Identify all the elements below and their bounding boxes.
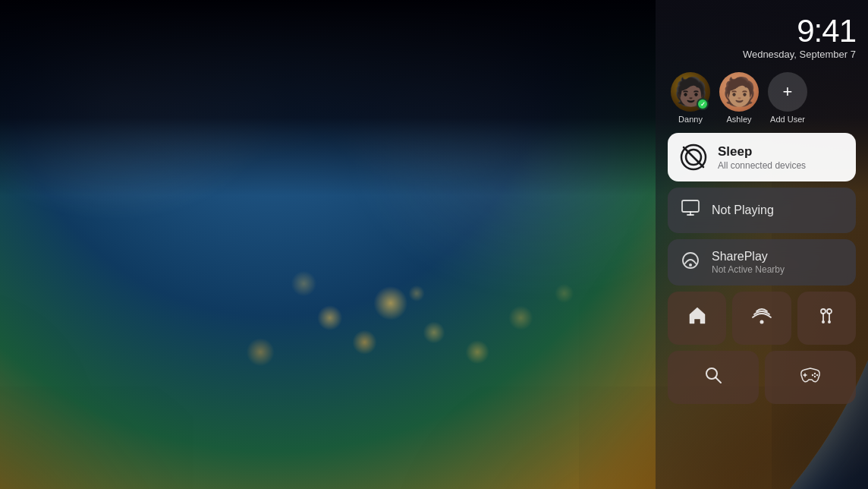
shareplay-subtitle: Not Active Nearby	[712, 264, 785, 275]
plus-icon: +	[783, 84, 793, 100]
danny-status-dot	[697, 98, 709, 110]
gamepad-icon	[798, 364, 822, 391]
avatar-ashley-wrapper: 🧑🏽	[719, 72, 759, 112]
date-display: Wednesday, September 7	[668, 49, 856, 60]
home-button[interactable]	[668, 292, 726, 345]
clock-display: 9:41	[668, 15, 856, 47]
svg-rect-3	[682, 200, 699, 212]
shareplay-title: SharePlay	[712, 250, 785, 263]
shareplay-text: SharePlay Not Active Nearby	[712, 250, 785, 275]
svg-point-8	[760, 320, 763, 323]
not-playing-text: Not Playing	[712, 203, 774, 217]
svg-point-14	[828, 320, 831, 323]
airpods-icon	[816, 305, 837, 332]
add-user-item[interactable]: + Add User	[768, 72, 807, 124]
airpods-button[interactable]	[797, 292, 856, 345]
sleep-card[interactable]: Sleep All connected devices	[668, 133, 856, 181]
sleep-icon	[680, 144, 707, 171]
shareplay-card[interactable]: SharePlay Not Active Nearby	[668, 239, 856, 286]
svg-point-21	[814, 375, 816, 377]
search-icon	[703, 364, 724, 391]
ashley-emoji: 🧑🏽	[722, 78, 756, 106]
svg-point-22	[812, 374, 813, 375]
home-icon	[687, 305, 708, 332]
avatar-danny-wrapper: 🧑🏿	[671, 72, 710, 112]
svg-point-11	[822, 320, 825, 323]
add-user-label: Add User	[770, 115, 805, 124]
svg-point-19	[814, 372, 816, 374]
users-row: 🧑🏿 Danny 🧑🏽 Ashley + Add User	[668, 72, 856, 124]
user-danny[interactable]: 🧑🏿 Danny	[671, 72, 710, 124]
icon-grid-bottom	[668, 351, 856, 404]
svg-point-20	[816, 374, 818, 375]
sleep-text: Sleep All connected devices	[718, 144, 806, 171]
not-playing-title: Not Playing	[712, 203, 774, 217]
gamepad-button[interactable]	[765, 351, 856, 404]
search-button[interactable]	[668, 351, 759, 404]
danny-name: Danny	[678, 115, 703, 124]
add-user-button[interactable]: +	[768, 72, 807, 112]
control-center-panel: 9:41 Wednesday, September 7 🧑🏿 Danny 🧑🏽 …	[656, 0, 868, 489]
airplay-button[interactable]	[732, 292, 791, 345]
svg-line-16	[715, 377, 721, 383]
user-ashley[interactable]: 🧑🏽 Ashley	[719, 72, 759, 124]
shareplay-icon	[680, 251, 701, 275]
sleep-title: Sleep	[718, 144, 806, 159]
monitor-icon	[680, 198, 701, 222]
icon-grid-top	[668, 292, 856, 345]
ashley-name: Ashley	[726, 115, 751, 124]
not-playing-card[interactable]: Not Playing	[668, 188, 856, 233]
airplay-icon	[751, 305, 772, 332]
time-section: 9:41 Wednesday, September 7	[668, 15, 856, 60]
svg-point-7	[689, 263, 692, 267]
sleep-icon-wrap	[680, 144, 707, 171]
sleep-subtitle: All connected devices	[718, 160, 806, 171]
avatar-ashley: 🧑🏽	[719, 72, 759, 112]
